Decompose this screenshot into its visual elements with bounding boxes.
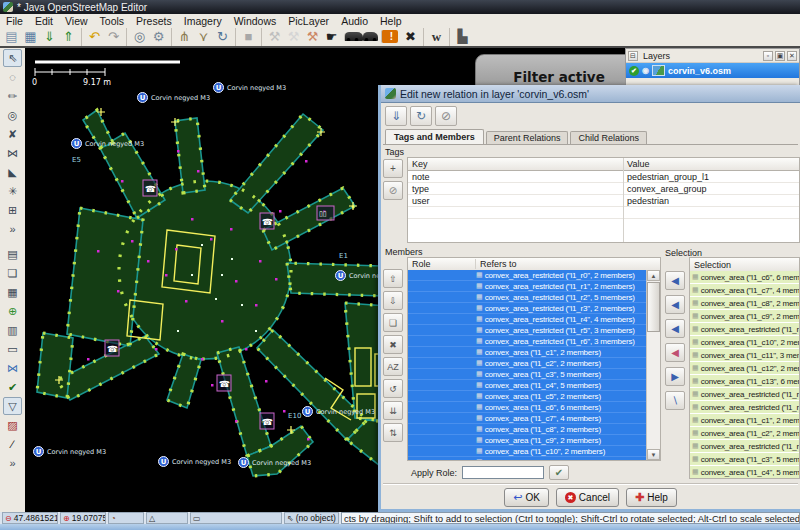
selection-row[interactable]: ▦ convex_area ("l1_c9", 2 members) [690, 310, 799, 323]
apply-updates-icon[interactable]: ⇓ [385, 106, 407, 126]
extrude-tool-icon[interactable]: ⊞ [3, 201, 22, 219]
menu-item[interactable]: Imagery [178, 15, 228, 27]
member-row[interactable]: ▦ convex_area ("l1_c11", 3 members) [408, 457, 647, 460]
tag-value[interactable]: convex_area_group [623, 184, 799, 194]
menu-item[interactable]: Tools [94, 15, 131, 27]
selection-row[interactable]: ▦ convex_area ("l1_c13", 6 members) [690, 375, 799, 388]
redo-icon[interactable]: ↷ [104, 28, 123, 46]
wrench-disabled-icon[interactable]: ⚒ [284, 28, 303, 46]
combine-way-icon[interactable]: ⋎ [194, 28, 213, 46]
download-incomplete-members-icon[interactable]: ⇅ [383, 423, 403, 442]
ok-button[interactable]: ↩ OK [504, 488, 549, 507]
menu-item[interactable]: Windows [228, 15, 283, 27]
replace-members-with-selection-icon[interactable]: ◀ [665, 271, 685, 290]
sticky-panel-icon[interactable]: ▫ [763, 51, 773, 61]
layer-active-icon[interactable]: ✔ [629, 66, 639, 76]
tag-key[interactable]: type [408, 184, 623, 194]
member-row[interactable]: ▦ convex_area ("l1_c2", 2 members) [408, 358, 647, 369]
draw-node-tool-icon[interactable]: ✏ [3, 87, 22, 105]
members-table[interactable]: Role Refers to ▦ convex_area_restricted … [407, 257, 661, 461]
member-row[interactable]: ▦ convex_area ("l1_c5", 2 members) [408, 391, 647, 402]
collapse-panel-icon[interactable]: ⊟ [628, 51, 638, 61]
select-members-on-map-icon[interactable]: ▶ [665, 367, 685, 386]
selection-row[interactable]: ▦ convex_area ("l1_c12", 2 members) [690, 362, 799, 375]
pointer-hand-icon[interactable]: ☛ [322, 28, 341, 46]
tag-key[interactable]: user [408, 196, 623, 206]
dialog-titlebar[interactable]: Edit new relation in layer 'corvin_v6.os… [381, 85, 800, 103]
measurement-dialog-icon[interactable]: ∕ [3, 435, 22, 453]
save-icon[interactable]: ▦ [21, 28, 40, 46]
selection-column-header[interactable]: Selection [690, 260, 731, 270]
tag-value[interactable]: pedestrian_group_l1 [623, 172, 799, 182]
menu-item[interactable]: View [59, 15, 94, 27]
tag-row[interactable] [408, 207, 799, 219]
select-tool-icon[interactable]: ⇖ [3, 49, 22, 67]
key-column-header[interactable]: Key [408, 159, 623, 169]
scrollbar-thumb[interactable] [647, 282, 660, 332]
move-member-down-icon[interactable]: ⇩ [383, 291, 403, 310]
selection-row[interactable]: ▦ convex_area_restricted ("l1_r1", 2 mem… [690, 388, 799, 401]
move-member-up-icon[interactable]: ⇧ [383, 269, 403, 288]
tag-row[interactable]: type convex_area_group [408, 183, 799, 195]
selection-row[interactable]: ▦ convex_area ("l1_c8", 2 members) [690, 297, 799, 310]
metro-station-marker[interactable]: U Corvin negyed M3 [238, 457, 311, 468]
selection-table[interactable]: Selection ▦ convex_area ("l1_c6", 6 memb… [689, 257, 800, 479]
command-stack-dialog-icon[interactable]: ▭ [3, 340, 22, 358]
refresh-relation-icon[interactable]: ↻ [410, 106, 432, 126]
member-row[interactable]: ▦ convex_area ("l1_c6", 6 members) [408, 402, 647, 413]
remove-selection-from-members-icon[interactable]: ◀ [665, 343, 685, 362]
apply-role-input[interactable] [462, 466, 544, 479]
menu-item[interactable]: Help [374, 15, 408, 27]
selection-row[interactable]: ▦ convex_area_restricted ("l1_r0", 2 mem… [690, 440, 799, 453]
help-button[interactable]: ✚ Help [626, 488, 677, 507]
wiki-icon[interactable]: w [423, 28, 446, 46]
download-icon[interactable]: ⇓ [40, 28, 59, 46]
menu-item[interactable]: PicLayer [282, 15, 335, 27]
selection-row[interactable]: ▦ convex_area_restricted ("l1_r4", 4 mem… [690, 323, 799, 336]
paste-tags-tool-icon[interactable]: ⋈ [3, 144, 22, 162]
tag-value[interactable]: pedestrian [623, 196, 799, 206]
hammer-icon[interactable]: ⚒ [303, 28, 322, 46]
add-relation-icon[interactable]: ⊕ [3, 302, 22, 320]
bus-icon[interactable] [363, 32, 378, 41]
car-icon[interactable] [344, 32, 363, 41]
member-row[interactable]: ▦ convex_area ("l1_c1", 2 members) [408, 347, 647, 358]
delete-tool-icon[interactable]: ✘ [3, 125, 22, 143]
tag-key[interactable]: note [408, 172, 623, 182]
changeset-dialog-icon[interactable]: ▨ [3, 416, 22, 434]
member-row[interactable]: ▦ convex_area ("l1_c9", 2 members) [408, 435, 647, 446]
undo-icon[interactable]: ↶ [81, 28, 104, 46]
warning-icon[interactable]: ! [381, 30, 398, 43]
edit-member-icon[interactable]: ❏ [383, 313, 403, 332]
metro-station-marker[interactable]: U Corvin negyed M3 [213, 82, 286, 93]
layer-row[interactable]: ✔ ◉ corvin_v6.osm [626, 63, 799, 78]
selection-row[interactable]: ▦ convex_area_restricted ("l1_r2", 5 mem… [690, 401, 799, 414]
more-tools-chevron[interactable]: » [3, 220, 22, 238]
value-column-header[interactable]: Value [623, 159, 799, 169]
metro-station-marker[interactable]: U Corvin negyed M3 [158, 456, 231, 467]
selection-dialog-icon[interactable]: ▥ [3, 321, 22, 339]
delete-relation-icon[interactable]: ⊘ [435, 106, 457, 126]
selection-row[interactable]: ▦ convex_area ("l1_c4", 5 members) [690, 466, 799, 478]
angle-snap-tool-icon[interactable]: ◣ [3, 163, 22, 181]
dialog-tab[interactable]: Child Relations [570, 131, 647, 144]
zoom-tool-icon[interactable]: ◎ [3, 106, 22, 124]
filter-dialog-icon[interactable]: ▽ [3, 397, 22, 415]
tag-row[interactable]: user pedestrian [408, 195, 799, 207]
delete-member-icon[interactable]: ✖ [383, 335, 403, 354]
open-icon[interactable]: ▤ [2, 28, 21, 46]
member-row[interactable]: ▦ convex_area_restricted ("l1_r0", 2 mem… [408, 270, 647, 281]
metro-station-marker[interactable]: U Corvin negyed M3 [33, 446, 106, 457]
layers-dialog-icon[interactable]: ▤ [3, 245, 22, 263]
member-row[interactable]: ▦ convex_area_restricted ("l1_r6", 3 mem… [408, 336, 647, 347]
member-row[interactable]: ▦ convex_area_restricted ("l1_r2", 5 mem… [408, 292, 647, 303]
relations-dialog-icon[interactable]: ▦ [3, 283, 22, 301]
layer-visibility-icon[interactable]: ◉ [642, 66, 649, 75]
selection-row[interactable]: ▦ convex_area ("l1_c1", 2 members) [690, 414, 799, 427]
scroll-up-icon[interactable]: ▲ [647, 270, 660, 281]
selection-row[interactable]: ▦ convex_area ("l1_c3", 5 members) [690, 453, 799, 466]
apply-role-confirm-icon[interactable]: ✔ [549, 465, 569, 480]
lasso-tool-icon[interactable]: ◌ [3, 68, 22, 86]
member-row[interactable]: ▦ convex_area ("l1_c3", 5 members) [408, 369, 647, 380]
deselect-members-icon[interactable]: ∖ [665, 391, 685, 410]
